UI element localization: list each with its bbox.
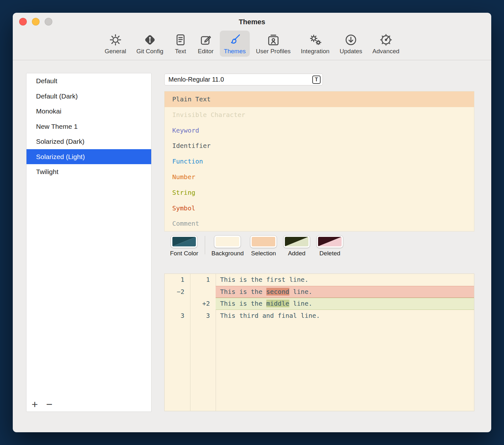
token-label: Comment xyxy=(172,220,199,227)
font-color-group: Font Color xyxy=(167,235,202,257)
diff-line-text: This is the middle line. xyxy=(216,298,474,310)
font-name-value: Menlo-Regular 11.0 xyxy=(165,74,322,85)
old-line-number xyxy=(165,298,190,310)
diff-preview: 1 1 This is the first line. −2 This is t… xyxy=(164,274,474,411)
diff-line-text: This is the second line. xyxy=(216,286,474,298)
diff-line-deleted: −2 This is the second line. xyxy=(165,286,474,298)
selection-color-swatch[interactable] xyxy=(250,235,277,248)
diff-line-context: 3 3 This third and final line. xyxy=(165,310,474,322)
token-row-function[interactable]: Function xyxy=(165,154,474,169)
token-row-identifier[interactable]: Identifier xyxy=(165,138,474,154)
diff-line-added: +2 This is the middle line. xyxy=(165,298,474,310)
tab-label: Git Config xyxy=(137,48,163,55)
swatch-divider xyxy=(205,236,205,254)
zoom-button[interactable] xyxy=(45,18,52,26)
token-row-invisible-character[interactable]: Invisible Character xyxy=(165,107,474,123)
theme-item-twilight[interactable]: Twilight xyxy=(26,164,151,179)
swatch-label: Background xyxy=(211,250,244,257)
gears-icon xyxy=(308,33,322,47)
tab-general[interactable]: General xyxy=(100,31,130,57)
tab-label: Themes xyxy=(224,48,246,55)
tab-label: Integration xyxy=(301,48,330,55)
color-wells-row: Font Color Background xyxy=(164,235,474,257)
deleted-word-highlight: second xyxy=(266,288,289,295)
tab-integration[interactable]: Integration xyxy=(297,31,334,57)
token-label: Keyword xyxy=(172,127,199,134)
token-row-symbol[interactable]: Symbol xyxy=(165,201,474,216)
titlebar: Themes xyxy=(13,13,491,30)
diff-line-text: This is the first line. xyxy=(216,274,474,286)
cog-dial-icon xyxy=(379,33,393,47)
token-label: String xyxy=(172,189,195,196)
token-row-plain-text[interactable]: Plain Text xyxy=(165,91,474,107)
background-color-swatch[interactable] xyxy=(214,235,241,248)
swatch-label: Deleted xyxy=(319,250,340,257)
swatch-label: Added xyxy=(288,250,306,257)
token-label: Identifier xyxy=(172,142,211,150)
token-row-number[interactable]: Number xyxy=(165,169,474,185)
theme-item-solarized-dark[interactable]: Solarized (Dark) xyxy=(26,134,151,149)
minimize-button[interactable] xyxy=(32,18,40,26)
window-title: Themes xyxy=(13,13,491,26)
background-color-group: Background xyxy=(208,235,247,257)
added-color-swatch[interactable] xyxy=(283,235,310,248)
font-field[interactable]: Menlo-Regular 11.0 T xyxy=(164,74,323,85)
tab-label: Advanced xyxy=(373,48,400,55)
list-actions: + − xyxy=(32,397,53,412)
token-row-comment[interactable]: Comment xyxy=(165,216,474,231)
tab-advanced[interactable]: Advanced xyxy=(368,31,404,57)
theme-detail-panel: Menlo-Regular 11.0 T Plain Text Invisibl… xyxy=(164,74,474,411)
token-color-preview: Plain Text Invisible Character Keyword I… xyxy=(164,91,474,231)
tab-themes[interactable]: Themes xyxy=(220,31,250,57)
theme-item-monokai[interactable]: Monokai xyxy=(26,104,151,119)
tab-updates[interactable]: Updates xyxy=(336,31,367,57)
tab-text[interactable]: Text xyxy=(169,31,192,57)
new-line-number: +2 xyxy=(190,298,216,310)
tab-user-profiles[interactable]: User Profiles xyxy=(252,31,295,57)
tab-label: General xyxy=(105,48,126,55)
remove-theme-button[interactable]: − xyxy=(46,397,53,412)
tab-label: Updates xyxy=(340,48,362,55)
tab-label: Editor xyxy=(198,48,214,55)
font-color-swatch[interactable] xyxy=(171,235,197,248)
gear-icon xyxy=(108,33,122,47)
theme-item-default[interactable]: Default xyxy=(26,73,151,89)
download-circle-icon xyxy=(344,33,358,47)
token-label: Plain Text xyxy=(172,95,211,103)
close-button[interactable] xyxy=(19,18,27,26)
themes-pane: Default Default (Dark) Monokai New Theme… xyxy=(13,60,491,429)
user-card-icon xyxy=(266,33,280,47)
old-line-number: 3 xyxy=(165,310,190,322)
swatch-label: Selection xyxy=(251,250,276,257)
theme-item-solarized-light[interactable]: Solarized (Light) xyxy=(26,149,151,164)
theme-list: Default Default (Dark) Monokai New Theme… xyxy=(26,73,152,412)
diff-line-text: This third and final line. xyxy=(216,310,474,322)
deleted-color-swatch[interactable] xyxy=(316,235,343,248)
font-picker-button[interactable]: T xyxy=(312,76,321,84)
deleted-color-group: Deleted xyxy=(313,235,346,257)
token-label: Function xyxy=(172,157,203,165)
new-line-number xyxy=(190,286,216,298)
theme-item-default-dark[interactable]: Default (Dark) xyxy=(26,89,151,104)
old-line-number: 1 xyxy=(165,274,190,286)
tab-editor[interactable]: Editor xyxy=(194,31,218,57)
token-label: Symbol xyxy=(172,204,195,212)
paintbrush-icon xyxy=(228,33,242,47)
theme-item-new-theme-1[interactable]: New Theme 1 xyxy=(26,119,151,134)
added-word-highlight: middle xyxy=(266,300,289,307)
new-line-number: 3 xyxy=(190,310,216,322)
tab-git-config[interactable]: Git Config xyxy=(132,31,167,57)
token-row-string[interactable]: String xyxy=(165,185,474,201)
git-icon xyxy=(143,33,157,47)
preferences-window: Themes General Git Config Text xyxy=(13,13,491,432)
tab-label: Text xyxy=(175,48,186,55)
tab-label: User Profiles xyxy=(256,48,291,55)
add-theme-button[interactable]: + xyxy=(32,397,38,412)
selection-color-group: Selection xyxy=(247,235,280,257)
token-label: Invisible Character xyxy=(172,111,245,119)
editor-pencil-icon xyxy=(199,33,213,47)
old-line-number: −2 xyxy=(165,286,190,298)
token-row-keyword[interactable]: Keyword xyxy=(165,123,474,138)
added-color-group: Added xyxy=(280,235,313,257)
new-line-number: 1 xyxy=(190,274,216,286)
